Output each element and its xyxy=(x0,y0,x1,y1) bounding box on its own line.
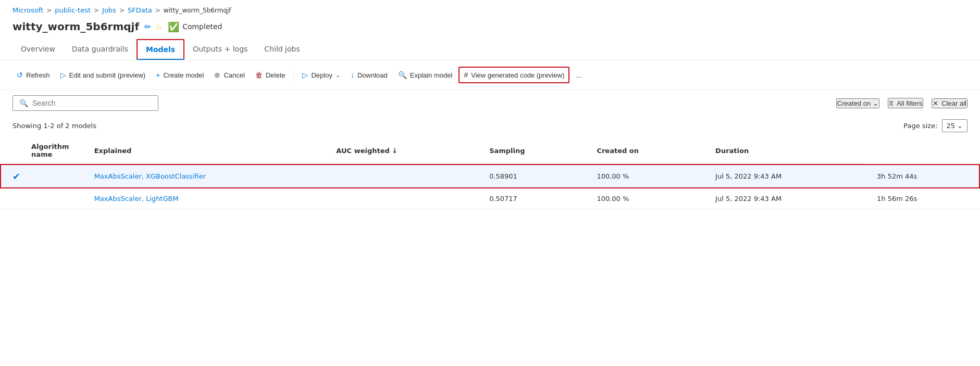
filter-icon: ⧖ xyxy=(889,99,894,107)
breadcrumb-microsoft[interactable]: Microsoft xyxy=(13,6,43,14)
search-icon: 🔍 xyxy=(19,99,28,107)
table-row[interactable]: ✔MaxAbsScaler, XGBoostClassifier0.589011… xyxy=(0,164,980,188)
col-explained: Explained xyxy=(82,137,324,164)
toolbar-divider xyxy=(293,69,294,81)
refresh-button[interactable]: ↺ Refresh xyxy=(13,68,54,82)
toolbar: ↺ Refresh ▷ Edit and submit (preview) + … xyxy=(0,60,980,90)
deploy-icon: ▷ xyxy=(302,71,308,79)
download-icon: ↓ xyxy=(351,71,354,79)
filters-row: 🔍 Created on ⌄ ⧖ All filters ✕ Clear all xyxy=(0,90,980,116)
cancel-button[interactable]: ⊗ Cancel xyxy=(210,68,249,82)
selected-icon: ✔ xyxy=(13,171,20,182)
row-check-cell xyxy=(0,188,82,209)
download-label: Download xyxy=(357,71,388,79)
view-code-button[interactable]: # View generated code (preview) xyxy=(458,67,569,83)
clear-all-label: Clear all xyxy=(941,99,966,107)
breadcrumb-public-test[interactable]: public-test xyxy=(55,6,91,14)
breadcrumb-sep-2: > xyxy=(94,7,99,14)
deploy-chevron-icon: ⌄ xyxy=(336,72,340,79)
algorithm-name-cell[interactable]: MaxAbsScaler, LightGBM xyxy=(82,188,324,209)
all-filters-button[interactable]: ⧖ All filters xyxy=(888,98,923,108)
tab-child-jobs[interactable]: Child jobs xyxy=(256,40,308,59)
results-count: Showing 1-2 of 2 models xyxy=(13,122,96,130)
cancel-label: Cancel xyxy=(224,71,244,79)
created-on-cell: Jul 5, 2022 9:43 AM xyxy=(703,188,864,209)
refresh-icon: ↺ xyxy=(17,71,23,79)
all-filters-label: All filters xyxy=(897,99,922,107)
header-icons: ✏ ☆ xyxy=(144,22,163,32)
col-algorithm-name: Algorithm name xyxy=(0,137,82,164)
results-row: Showing 1-2 of 2 models Page size: 25 ⌄ xyxy=(0,116,980,137)
sampling-cell: 100.00 % xyxy=(584,164,703,188)
page-size-chevron-icon: ⌄ xyxy=(957,122,963,130)
deploy-label: Deploy xyxy=(311,71,332,79)
status-check-icon: ✅ xyxy=(168,21,179,32)
breadcrumb-jobs[interactable]: Jobs xyxy=(102,6,116,14)
edit-submit-button[interactable]: ▷ Edit and submit (preview) xyxy=(56,68,150,82)
tab-models[interactable]: Models xyxy=(137,39,184,60)
download-button[interactable]: ↓ Download xyxy=(346,68,392,82)
view-code-icon: # xyxy=(464,71,468,79)
tab-outputs-logs[interactable]: Outputs + logs xyxy=(184,40,256,59)
created-on-button[interactable]: Created on ⌄ xyxy=(836,98,879,108)
delete-label: Delete xyxy=(266,71,286,79)
page-size-select[interactable]: 25 ⌄ xyxy=(942,119,967,132)
search-box[interactable]: 🔍 xyxy=(13,95,158,111)
more-icon: ... xyxy=(576,71,581,79)
more-button[interactable]: ... xyxy=(572,68,586,82)
col-auc-weighted: AUC weighted ↓ xyxy=(324,137,477,164)
breadcrumb-sep-3: > xyxy=(119,7,125,14)
create-model-button[interactable]: + Create model xyxy=(152,68,208,82)
created-on-label: Created on xyxy=(837,99,871,107)
page-header: witty_worm_5b6rmqjf ✏ ☆ ✅ Completed xyxy=(0,18,980,39)
breadcrumb-current: witty_worm_5b6rmqjf xyxy=(164,7,231,14)
page-size-control: Page size: 25 ⌄ xyxy=(903,119,967,132)
delete-button[interactable]: 🗑 Delete xyxy=(251,68,290,82)
explained-cell xyxy=(324,164,477,188)
algorithm-name-cell[interactable]: MaxAbsScaler, XGBoostClassifier xyxy=(82,164,324,188)
duration-cell: 3h 52m 44s xyxy=(864,164,980,188)
breadcrumb-sfdata[interactable]: SFData xyxy=(128,6,152,14)
edit-submit-icon: ▷ xyxy=(60,71,66,79)
col-sampling: Sampling xyxy=(477,137,584,164)
created-on-cell: Jul 5, 2022 9:43 AM xyxy=(703,164,864,188)
algorithm-link[interactable]: MaxAbsScaler, LightGBM xyxy=(94,195,179,203)
page-size-value: 25 xyxy=(947,122,956,130)
tab-overview[interactable]: Overview xyxy=(13,40,64,59)
delete-icon: 🗑 xyxy=(255,71,263,79)
col-created-on: Created on xyxy=(584,137,703,164)
clear-all-icon: ✕ xyxy=(933,99,938,107)
deploy-button[interactable]: ▷ Deploy ⌄ xyxy=(298,68,344,82)
explain-model-button[interactable]: 🔍 Explain model xyxy=(394,68,457,82)
status-label: Completed xyxy=(182,22,222,31)
auc-weighted-cell: 0.58901 xyxy=(477,164,584,188)
edit-icon[interactable]: ✏ xyxy=(144,22,151,32)
star-icon[interactable]: ☆ xyxy=(155,22,163,32)
tabs-container: Overview Data guardrails Models Outputs … xyxy=(0,39,980,60)
refresh-label: Refresh xyxy=(26,71,50,79)
models-table: Algorithm name Explained AUC weighted ↓ … xyxy=(0,137,980,209)
sampling-cell: 100.00 % xyxy=(584,188,703,209)
tab-data-guardrails[interactable]: Data guardrails xyxy=(64,40,137,59)
filter-controls: Created on ⌄ ⧖ All filters ✕ Clear all xyxy=(836,98,967,108)
explained-cell xyxy=(324,188,477,209)
cancel-icon: ⊗ xyxy=(214,71,220,79)
explain-model-label: Explain model xyxy=(410,71,453,79)
col-duration: Duration xyxy=(703,137,864,164)
breadcrumb-sep-1: > xyxy=(46,7,52,14)
auc-weighted-cell: 0.50717 xyxy=(477,188,584,209)
table-row[interactable]: MaxAbsScaler, LightGBM0.50717100.00 %Jul… xyxy=(0,188,980,209)
breadcrumb: Microsoft > public-test > Jobs > SFData … xyxy=(0,0,980,18)
algorithm-link[interactable]: MaxAbsScaler, XGBoostClassifier xyxy=(94,172,206,180)
explain-model-icon: 🔍 xyxy=(398,71,407,79)
clear-all-button[interactable]: ✕ Clear all xyxy=(932,98,967,108)
view-code-label: View generated code (preview) xyxy=(471,71,564,79)
page-title: witty_worm_5b6rmqjf xyxy=(13,20,139,33)
breadcrumb-sep-4: > xyxy=(155,7,160,14)
duration-cell: 1h 56m 26s xyxy=(864,188,980,209)
create-model-label: Create model xyxy=(163,71,204,79)
table-header-row: Algorithm name Explained AUC weighted ↓ … xyxy=(0,137,980,164)
status-badge: ✅ Completed xyxy=(168,21,222,32)
search-input[interactable] xyxy=(32,99,152,107)
row-check-cell: ✔ xyxy=(0,164,82,188)
